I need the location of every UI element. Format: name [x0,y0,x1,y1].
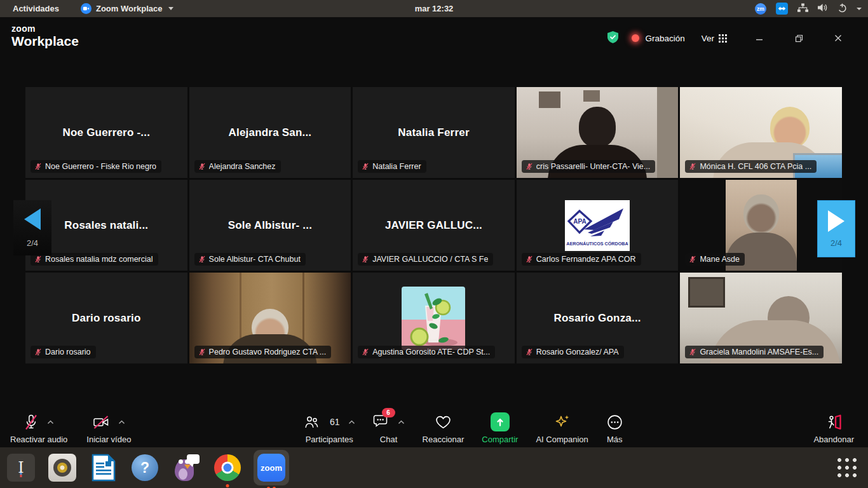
arrow-right-icon [828,210,844,232]
chat-button[interactable]: 6 Chat [373,412,405,444]
participant-label: Rosario Gonzalez/ APA [536,348,619,356]
dock-item-pidgin[interactable] [171,452,201,483]
participant-tile-3[interactable]: cris Passarelli- Unter-CTA- Vie... [517,87,679,178]
leave-door-icon [825,414,843,431]
view-button[interactable]: Ver [702,34,727,43]
close-button[interactable] [831,31,845,45]
gnome-top-bar: Actividades Zoom Workplace mar 12:32 zm [0,0,868,17]
teamviewer-tray-icon[interactable] [776,3,788,15]
chevron-up-icon[interactable] [118,420,125,424]
pidgin-icon [173,454,200,481]
participant-name-chip: Natalia Ferrer [358,160,426,173]
chevron-up-icon[interactable] [47,420,54,424]
page-indicator: 2/4 [27,238,38,248]
participant-label: Mónica H. CFL 406 CTA Pcia ... [700,162,811,171]
muted-mic-icon [24,414,39,431]
participant-tile-10[interactable]: Dario rosarioDario rosario [25,273,187,363]
muted-mic-icon [34,162,42,171]
zoom-tray-icon[interactable]: zm [755,3,766,15]
video-grid: Noe Guerrero -...Noe Guerrero - Fiske Ri… [25,87,842,363]
participant-tile-1[interactable]: Alejandra San...Alejandra Sanchez [189,87,351,178]
svg-text:APA: APA [573,218,586,225]
participants-icon [304,415,319,430]
app-menu-button[interactable]: Zoom Workplace [81,3,173,14]
muted-mic-icon [362,348,369,356]
dock-item-help[interactable]: ? [130,452,160,483]
participant-tile-11[interactable]: Pedro Gustavo Rodriguez CTA ... [189,273,351,363]
power-icon[interactable] [837,3,847,15]
heart-icon [435,414,452,430]
grid-view-icon [719,34,727,43]
activities-button[interactable]: Actividades [8,4,64,13]
participant-tile-13[interactable]: Rosario Gonza...Rosario Gonzalez/ APA [517,273,679,363]
participant-label: JAVIER GALLUCCIO / CTA S Fe [372,255,488,264]
muted-mic-icon [526,255,533,264]
restore-window-button[interactable] [792,31,806,45]
logo-workplace-text: Workplace [11,34,79,48]
participant-name-chip: Noe Guerrero - Fiske Rio negro [31,160,161,173]
participant-name-chip: Rosario Gonzalez/ APA [522,346,624,358]
unmute-button[interactable]: Reactivar audio [10,412,67,444]
participant-label: Dario rosario [45,348,91,356]
page-indicator: 2/4 [831,238,842,248]
system-tray: zm [755,3,862,15]
participant-name-chip: JAVIER GALLUCCIO / CTA S Fe [358,253,493,266]
more-button[interactable]: Más [606,412,623,444]
next-page-button[interactable]: 2/4 [817,200,855,257]
volume-icon[interactable] [818,3,828,14]
recording-dot-icon [632,34,639,42]
chrome-icon [214,454,241,481]
chevron-up-icon[interactable] [398,420,405,424]
participant-label: Carlos Fernandez APA COR [536,255,636,264]
dock-item-chrome[interactable] [212,452,243,483]
react-button[interactable]: Reaccionar [423,412,465,444]
chat-unread-badge: 6 [382,408,395,417]
network-icon[interactable] [797,3,808,15]
participant-name-chip: Pedro Gustavo Rodriguez CTA ... [194,346,332,358]
muted-mic-icon [689,348,696,356]
view-label: Ver [702,34,714,43]
meeting-toolbar: Reactivar audio Iniciar vídeo 61 Partici… [0,405,868,447]
dock-item-libreoffice-writer[interactable] [88,452,119,483]
encryption-shield-icon[interactable] [607,30,619,46]
leave-meeting-button[interactable]: Abandonar [813,412,854,444]
minimize-button[interactable] [752,31,766,45]
previous-page-button[interactable]: 2/4 [13,200,51,255]
start-video-button[interactable]: Iniciar vídeo [86,412,131,444]
ellipsis-icon [606,414,623,431]
participant-tile-4[interactable]: Mónica H. CFL 406 CTA Pcia ... [680,87,842,178]
participant-tile-8[interactable]: APAAERONÁUTICOS CÓRDOBACarlos Fernandez … [517,180,679,271]
participant-tile-12[interactable]: Agustina Gorosito ATE- CDP St... [353,273,515,363]
participant-label: Agustina Gorosito ATE- CDP St... [372,348,490,356]
muted-mic-icon [689,162,696,171]
participant-label: Pedro Gustavo Rodriguez CTA ... [209,348,327,356]
clock[interactable]: mar 12:32 [415,4,454,13]
meeting-header-controls: Grabación Ver [607,30,845,46]
participant-label: Alejandra Sanchez [209,162,276,171]
recording-label: Grabación [645,34,684,43]
dock-item-text-editor[interactable]: I [6,452,36,483]
participant-label: Mane Asde [700,255,740,264]
ai-companion-button[interactable]: AI Companion [536,412,588,444]
participant-tile-0[interactable]: Noe Guerrero -...Noe Guerrero - Fiske Ri… [25,87,187,178]
participant-tile-14[interactable]: Graciela Mandolini AMSAFE-Es... [680,273,842,363]
participant-tile-2[interactable]: Natalia FerrerNatalia Ferrer [353,87,515,178]
desktop-screen: Actividades Zoom Workplace mar 12:32 zm [0,0,868,488]
chevron-down-icon[interactable] [857,8,862,10]
zoom-icon: zoom [257,454,285,482]
svg-text:AERONÁUTICOS CÓRDOBA: AERONÁUTICOS CÓRDOBA [566,241,628,247]
app-grid-icon[interactable] [836,456,858,479]
muted-mic-icon [526,162,533,171]
dock-item-zoom[interactable]: zoom [254,450,289,485]
share-screen-button[interactable]: Compartir [482,412,518,444]
dock-item-audio-player[interactable] [47,452,78,483]
participants-button[interactable]: 61 Participantes [304,412,355,444]
recording-indicator[interactable]: Grabación [632,34,684,43]
participant-label: Natalia Ferrer [372,162,421,171]
participant-tile-6[interactable]: Sole Albistur- ...Sole Albistur- CTA Chu… [189,180,351,271]
participant-name-chip: Mónica H. CFL 406 CTA Pcia ... [685,160,817,173]
participant-tile-7[interactable]: JAVIER GALLUC...JAVIER GALLUCCIO / CTA S… [353,180,515,271]
participant-name-chip: Alejandra Sanchez [194,160,281,173]
participant-name-chip: Carlos Fernandez APA COR [522,253,641,266]
chevron-up-icon[interactable] [348,420,355,424]
